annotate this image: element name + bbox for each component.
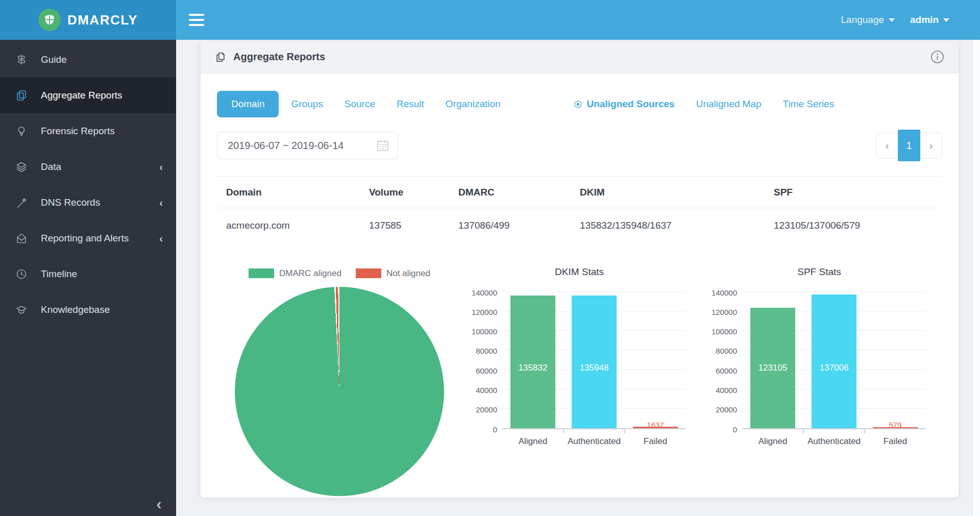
- aggregate-reports-card: Aggregate Reports DomainGroupsSourceResu…: [201, 41, 959, 498]
- sidebar-item-knowledgebase[interactable]: Knowledgebase: [0, 292, 176, 328]
- tab-label: Unaligned Sources: [587, 99, 675, 110]
- top-bar: DMARCLY Language admin: [0, 0, 980, 40]
- sidebar-item-guide[interactable]: Guide: [0, 42, 176, 78]
- top-bar-right: Language admin: [176, 0, 980, 40]
- language-label: Language: [841, 14, 885, 26]
- sidebar-item-label: Aggregate Reports: [41, 90, 122, 101]
- dmarc-pie-block: DMARC alignedNot aligned: [217, 263, 462, 496]
- user-dropdown[interactable]: admin: [910, 14, 949, 26]
- menu-toggle-icon[interactable]: [189, 14, 204, 26]
- plot-area: 123105137006579: [742, 292, 926, 429]
- chevron-left-icon: ‹: [159, 233, 163, 243]
- graduation-icon: [15, 304, 28, 316]
- dkim-stats-chart: 0200004000060000800001000001200001400001…: [470, 292, 689, 429]
- tab-source[interactable]: Source: [345, 99, 375, 110]
- current-page-button[interactable]: 1: [898, 130, 920, 161]
- tab-label: Unaligned Map: [696, 99, 762, 110]
- sidebar: GuideAggregate ReportsForensic ReportsDa…: [0, 40, 176, 516]
- layers-icon: [15, 161, 28, 173]
- sidebar-item-label: Guide: [41, 54, 67, 65]
- bar-value-label: 135948: [572, 363, 617, 373]
- sidebar-item-label: Reporting and Alerts: [41, 233, 129, 244]
- y-axis-tick-label: 80000: [709, 347, 737, 355]
- y-axis-tick-label: 40000: [709, 385, 737, 394]
- tab-label: Organization: [446, 99, 501, 110]
- sidebar-item-aggregate-reports[interactable]: Aggregate Reports: [0, 78, 176, 113]
- sidebar-item-label: Data: [41, 161, 61, 173]
- y-axis-tick-label: 100000: [709, 327, 737, 336]
- user-label: admin: [910, 14, 939, 26]
- gridline: [502, 291, 686, 292]
- sidebar-item-data[interactable]: Data‹: [0, 149, 176, 185]
- sidebar-item-label: Knowledgebase: [41, 304, 110, 315]
- sidebar-collapse-icon[interactable]: ‹: [156, 496, 162, 512]
- date-range-picker[interactable]: 2019-06-07 ~ 2019-06-14: [217, 132, 398, 159]
- sidebar-item-label: Forensic Reports: [41, 126, 115, 137]
- info-icon[interactable]: [930, 50, 944, 64]
- tab-groups[interactable]: Groups: [291, 99, 323, 110]
- scrollbar-track[interactable]: [972, 40, 980, 516]
- column-header-volume: Volume: [360, 177, 449, 208]
- dmarc-alignment-pie-chart: [235, 287, 444, 496]
- chevron-down-icon: [889, 18, 895, 22]
- language-dropdown[interactable]: Language: [841, 14, 895, 26]
- y-axis-tick-label: 80000: [470, 347, 497, 355]
- y-axis-tick-label: 0: [470, 425, 497, 433]
- table-row: acmecorp.com137585137086/499135832/13594…: [217, 208, 942, 243]
- tab-unaligned-sources[interactable]: Unaligned Sources: [573, 99, 675, 110]
- sidebar-item-reporting-and-alerts[interactable]: Reporting and Alerts‹: [0, 220, 176, 256]
- x-axis-tick: [803, 430, 804, 433]
- gridline: [742, 291, 926, 292]
- cell-dmarc: 137086/499: [449, 208, 571, 243]
- y-axis-tick-label: 0: [709, 425, 737, 433]
- y-axis-tick-label: 20000: [709, 405, 737, 414]
- bar-value-label: 137006: [812, 363, 856, 373]
- tab-label: Domain: [231, 99, 264, 110]
- x-axis-label-authenticated: Authenticated: [803, 436, 865, 447]
- tab-organization[interactable]: Organization: [446, 99, 501, 110]
- legend-swatch: [356, 268, 381, 278]
- sidebar-item-forensic-reports[interactable]: Forensic Reports: [0, 113, 176, 149]
- cell-dkim: 135832/135948/1637: [571, 208, 765, 243]
- x-axis-tick: [864, 430, 865, 433]
- x-axis-labels: AlignedAuthenticatedFailed: [502, 436, 686, 447]
- bar-value-label: 123105: [750, 363, 795, 373]
- cell-volume: 137585: [360, 208, 449, 243]
- tab-domain[interactable]: Domain: [217, 91, 279, 117]
- clock-icon: [15, 268, 28, 280]
- pie-legend: DMARC alignedNot aligned: [217, 268, 462, 279]
- x-axis-label-aligned: Aligned: [502, 436, 564, 447]
- next-page-icon[interactable]: ›: [920, 132, 942, 159]
- y-axis-tick-label: 60000: [470, 366, 497, 375]
- legend-label: DMARC aligned: [279, 268, 341, 279]
- plot-area: 1358321359481637: [502, 292, 686, 429]
- prev-page-icon[interactable]: ‹: [876, 132, 898, 159]
- cell-spf: 123105/137006/579: [765, 208, 942, 243]
- tab-result[interactable]: Result: [397, 99, 424, 110]
- x-axis-tick: [563, 430, 564, 433]
- y-axis-tick-label: 60000: [709, 366, 737, 375]
- tab-label: Source: [345, 99, 375, 110]
- y-axis-tick-label: 120000: [470, 307, 497, 316]
- tab-time-series[interactable]: Time Series: [783, 99, 835, 110]
- sidebar-item-label: DNS Records: [41, 197, 100, 208]
- sidebar-item-dns-records[interactable]: DNS Records‹: [0, 185, 176, 220]
- card-content: DomainGroupsSourceResultOrganizationUnal…: [201, 91, 959, 496]
- table-body: acmecorp.com137585137086/499135832/13594…: [217, 208, 942, 243]
- date-range-value: 2019-06-07 ~ 2019-06-14: [228, 140, 344, 152]
- column-header-domain: Domain: [217, 177, 360, 208]
- chevron-left-icon: ‹: [159, 198, 163, 208]
- table-header: DomainVolumeDMARCDKIMSPF: [217, 177, 942, 208]
- sidebar-item-timeline[interactable]: Timeline: [0, 256, 176, 292]
- dkim-stats-block: DKIM Stats 02000040000600008000010000012…: [470, 263, 689, 496]
- calendar-icon: [376, 139, 389, 152]
- legend-item-not-aligned: Not aligned: [356, 268, 430, 279]
- brand-logo[interactable]: DMARCLY: [0, 0, 176, 40]
- lightbulb-icon: [15, 125, 28, 137]
- column-header-spf: SPF: [765, 177, 942, 208]
- tab-unaligned-map[interactable]: Unaligned Map: [696, 99, 762, 110]
- y-axis-tick-label: 140000: [470, 288, 497, 297]
- spf-stats-chart: 0200004000060000800001000001200001400001…: [709, 292, 929, 429]
- spf-stats-block: SPF Stats 020000400006000080000100000120…: [709, 263, 929, 496]
- card-header: Aggregate Reports: [201, 41, 959, 73]
